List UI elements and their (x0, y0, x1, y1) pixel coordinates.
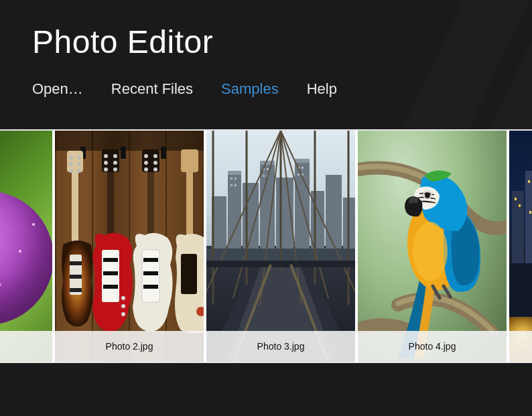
svg-rect-56 (228, 171, 241, 175)
svg-point-6 (69, 155, 73, 159)
svg-point-30 (121, 312, 125, 316)
svg-point-22 (113, 161, 117, 165)
gallery-item[interactable]: Photo 2.jpg (55, 131, 204, 362)
svg-rect-68 (302, 167, 304, 169)
svg-rect-0 (55, 131, 204, 151)
svg-rect-13 (70, 261, 82, 265)
svg-rect-97 (519, 204, 521, 207)
svg-rect-41 (143, 271, 158, 275)
svg-rect-44 (181, 149, 198, 172)
svg-rect-25 (103, 258, 118, 262)
svg-rect-5 (67, 151, 83, 172)
svg-rect-2 (121, 147, 126, 159)
svg-point-38 (153, 167, 157, 171)
svg-point-11 (77, 169, 81, 173)
gallery-item[interactable]: Photo 3.jpg (206, 131, 355, 362)
svg-rect-102 (509, 263, 532, 317)
svg-rect-24 (102, 250, 119, 302)
svg-point-7 (69, 162, 73, 166)
thumbnail-image (358, 131, 507, 362)
svg-point-10 (77, 162, 81, 166)
svg-point-20 (104, 167, 108, 171)
svg-point-23 (113, 167, 117, 171)
svg-point-29 (121, 304, 125, 308)
svg-point-89 (425, 192, 430, 198)
svg-point-37 (144, 167, 148, 171)
svg-rect-69 (297, 174, 300, 176)
svg-rect-14 (70, 275, 82, 279)
svg-rect-3 (161, 147, 166, 159)
svg-rect-45 (181, 254, 197, 294)
svg-rect-64 (267, 168, 269, 170)
gallery-item[interactable] (509, 131, 532, 362)
svg-point-21 (113, 154, 117, 158)
gallery-strip[interactable]: Photo 2.jpg (0, 131, 532, 362)
svg-rect-85 (206, 261, 355, 267)
svg-rect-95 (525, 171, 532, 265)
nav-help[interactable]: Help (307, 80, 337, 98)
thumbnail-image (509, 131, 532, 362)
svg-point-19 (104, 161, 108, 165)
thumbnail-image (55, 131, 204, 362)
svg-rect-59 (230, 178, 232, 180)
svg-rect-26 (103, 271, 118, 275)
thumbnail-caption: Photo 3.jpg (206, 331, 355, 362)
header: Photo Editor (0, 0, 532, 60)
svg-point-18 (104, 154, 108, 158)
thumbnail-caption: Photo 2.jpg (55, 331, 204, 362)
svg-point-9 (77, 155, 81, 159)
svg-rect-65 (263, 175, 265, 177)
thumbnail-caption: Photo 4.jpg (358, 331, 507, 362)
gallery-item[interactable]: Photo 4.jpg (358, 131, 507, 362)
svg-rect-61 (230, 184, 232, 186)
sample-gallery: Photo 2.jpg (0, 129, 532, 363)
thumbnail-caption (0, 331, 52, 362)
app-title: Photo Editor (32, 23, 500, 60)
svg-point-36 (153, 161, 157, 165)
svg-rect-94 (512, 191, 524, 265)
svg-rect-40 (143, 258, 158, 262)
svg-rect-48 (228, 171, 241, 250)
gallery-item[interactable] (0, 131, 52, 362)
svg-rect-39 (142, 250, 159, 302)
svg-point-34 (153, 154, 157, 158)
svg-rect-60 (235, 178, 237, 180)
nav-samples[interactable]: Samples (221, 80, 279, 98)
svg-rect-27 (103, 285, 118, 289)
svg-rect-98 (528, 180, 530, 183)
svg-rect-96 (515, 198, 517, 200)
svg-point-8 (69, 169, 73, 173)
svg-rect-62 (235, 184, 237, 186)
svg-rect-100 (529, 211, 531, 214)
svg-rect-42 (143, 285, 158, 289)
svg-point-33 (144, 154, 148, 158)
svg-rect-15 (70, 288, 82, 292)
thumbnail-image (206, 131, 355, 362)
nav-bar: Open… Recent Files Samples Help (0, 60, 532, 98)
svg-point-91 (413, 222, 448, 281)
thumbnail-caption (509, 331, 532, 362)
svg-point-35 (144, 161, 148, 165)
nav-recent-files[interactable]: Recent Files (111, 80, 193, 98)
svg-rect-54 (326, 175, 342, 250)
svg-rect-58 (295, 159, 310, 163)
nav-open[interactable]: Open… (32, 80, 83, 98)
thumbnail-image (0, 131, 52, 362)
svg-point-28 (121, 296, 125, 300)
